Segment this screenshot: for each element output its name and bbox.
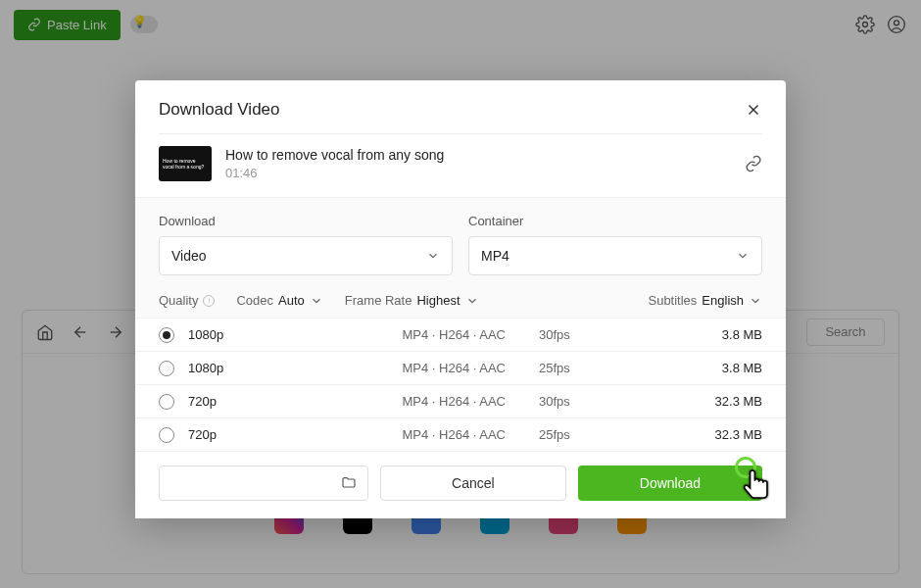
quality-resolution: 1080p [188,327,364,342]
container-select[interactable]: MP4 [468,236,762,275]
save-path-field[interactable] [159,466,368,501]
info-icon[interactable]: i [203,295,215,307]
quality-codec: MP4 · H264 · AAC [378,394,506,409]
quality-fps: 30fps [519,327,578,342]
container-label: Container [468,214,762,228]
quality-option[interactable]: 720pMP4 · H264 · AAC30fps32.3 MB [135,384,786,417]
subtitles-filter[interactable]: Subtitles English [648,293,762,308]
quality-fps: 25fps [519,361,578,375]
quality-option[interactable]: 1080pMP4 · H264 · AAC25fps3.8 MB [135,351,786,384]
quality-fps: 25fps [519,427,578,442]
quality-resolution: 720p [188,394,364,409]
download-modal: Download Video How to remove vocal from … [135,80,786,518]
radio-icon [159,361,174,376]
download-button[interactable]: Download [578,466,762,501]
folder-icon [340,475,358,491]
link-icon[interactable] [745,155,762,172]
chevron-down-icon [465,294,479,308]
quality-option[interactable]: 1080pMP4 · H264 · AAC30fps3.8 MB [135,318,786,351]
close-icon[interactable] [745,101,762,119]
quality-codec: MP4 · H264 · AAC [378,427,506,442]
quality-size: 32.3 MB [592,394,762,409]
quality-size: 32.3 MB [592,427,762,442]
quality-fps: 30fps [519,394,578,409]
video-thumbnail: How to remove vocal from a song? [159,146,212,181]
quality-resolution: 1080p [188,361,364,375]
download-type-value: Video [171,248,207,264]
cancel-button[interactable]: Cancel [380,466,566,501]
codec-filter[interactable]: Codec Auto [236,293,322,308]
radio-icon [159,427,174,443]
video-info-row: How to remove vocal from a song? How to … [135,134,786,197]
radio-icon [159,394,174,410]
chevron-down-icon [749,294,762,308]
quality-filter: Quality i [159,293,215,308]
quality-resolution: 720p [188,427,364,442]
quality-size: 3.8 MB [592,327,762,342]
quality-size: 3.8 MB [592,361,762,375]
chevron-down-icon [310,294,323,308]
download-type-label: Download [159,214,453,228]
container-value: MP4 [481,248,509,264]
quality-codec: MP4 · H264 · AAC [378,361,506,375]
quality-codec: MP4 · H264 · AAC [378,327,506,342]
chevron-down-icon [736,249,750,263]
video-duration: 01:46 [225,166,731,180]
quality-list: 1080pMP4 · H264 · AAC30fps3.8 MB1080pMP4… [135,318,786,451]
modal-title: Download Video [159,100,280,120]
framerate-filter[interactable]: Frame Rate Highest [345,293,479,308]
quality-option[interactable]: 720pMP4 · H264 · AAC25fps32.3 MB [135,417,786,451]
download-type-select[interactable]: Video [159,236,453,275]
video-title: How to remove vocal from any song [225,147,731,163]
chevron-down-icon [426,249,440,263]
radio-icon [159,327,174,343]
